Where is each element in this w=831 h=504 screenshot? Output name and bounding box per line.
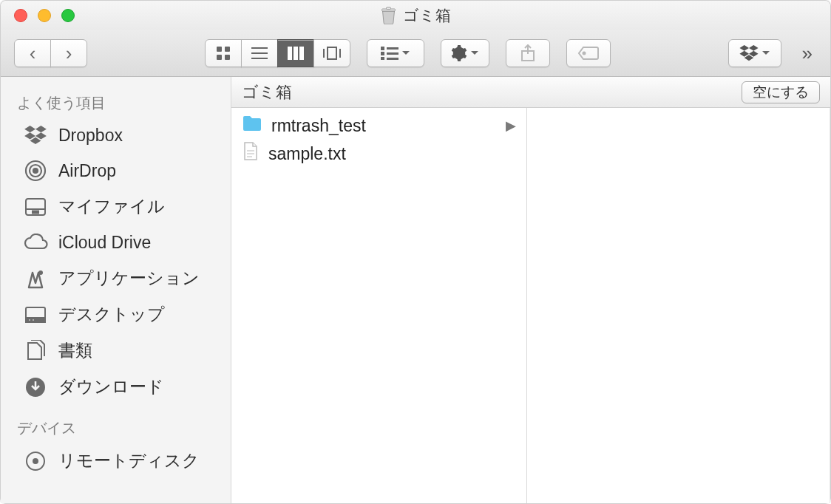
chevron-right-icon: ▶ — [506, 118, 516, 134]
view-mode-buttons — [205, 39, 350, 67]
sidebar-item-label: iCloud Drive — [58, 233, 151, 253]
svg-rect-20 — [387, 58, 398, 60]
item-name: rmtrash_test — [271, 116, 366, 136]
window-title-text: ゴミ箱 — [403, 5, 451, 26]
svg-rect-5 — [225, 55, 230, 60]
item-document[interactable]: sample.txt — [231, 139, 526, 168]
dropbox-toolbar-button[interactable] — [728, 39, 781, 67]
view-list-button[interactable] — [241, 39, 278, 67]
sidebar-item-label: マイファイル — [58, 195, 165, 218]
sidebar-item-label: アプリケーション — [58, 267, 200, 290]
sidebar-item-label: AirDrop — [58, 161, 116, 181]
columns-icon — [288, 47, 304, 60]
folder-icon — [242, 115, 262, 136]
sidebar-devices-header: デバイス — [1, 412, 231, 443]
documents-icon — [23, 340, 48, 362]
list-icon — [251, 47, 268, 60]
sidebar-item-remote-disc[interactable]: リモートディスク — [1, 443, 231, 479]
column-browser: rmtrash_test ▶ sample.txt — [231, 108, 830, 503]
sidebar-item-label: ダウンロード — [58, 375, 164, 398]
view-coverflow-button[interactable] — [313, 39, 350, 67]
svg-point-29 — [38, 270, 43, 275]
sidebar-item-dropbox[interactable]: Dropbox — [1, 118, 231, 153]
finder-window: ゴミ箱 ‹ › — [0, 0, 831, 504]
chevron-down-icon — [762, 50, 770, 56]
trash-icon — [381, 7, 397, 24]
svg-point-22 — [583, 52, 585, 55]
svg-rect-12 — [328, 47, 336, 59]
remote-disc-icon — [23, 450, 48, 472]
back-button[interactable]: ‹ — [14, 39, 51, 67]
forward-button[interactable]: › — [50, 39, 87, 67]
window-controls — [1, 9, 75, 22]
minimize-window-button[interactable] — [38, 9, 51, 22]
sidebar-item-label: リモートディスク — [58, 449, 200, 472]
content-area: よく使う項目 Dropbox AirDrop マイファイル iCloud Dri… — [1, 77, 830, 503]
sidebar-item-documents[interactable]: 書類 — [1, 333, 231, 369]
arrange-button[interactable] — [367, 39, 424, 67]
sidebar-item-airdrop[interactable]: AirDrop — [1, 153, 231, 188]
column-1[interactable]: rmtrash_test ▶ sample.txt — [231, 108, 527, 503]
empty-trash-label: 空にする — [753, 83, 809, 102]
icloud-drive-icon — [23, 231, 48, 253]
edit-tags-button[interactable] — [566, 39, 611, 67]
close-window-button[interactable] — [14, 9, 27, 22]
window-title: ゴミ箱 — [381, 5, 451, 26]
empty-trash-button[interactable]: 空にする — [742, 81, 820, 103]
svg-rect-10 — [294, 47, 298, 60]
all-my-files-icon — [23, 196, 48, 218]
dropbox-icon — [23, 124, 48, 146]
maximize-window-button[interactable] — [61, 9, 75, 22]
item-folder[interactable]: rmtrash_test ▶ — [231, 112, 526, 139]
svg-rect-1 — [387, 7, 391, 10]
svg-rect-3 — [225, 47, 230, 52]
svg-rect-11 — [299, 47, 304, 60]
chevron-down-icon — [401, 50, 410, 56]
column-2[interactable] — [527, 108, 830, 503]
desktop-icon — [23, 304, 48, 326]
action-button[interactable] — [441, 39, 489, 67]
airdrop-icon — [23, 160, 48, 182]
svg-point-36 — [33, 459, 38, 463]
sidebar-item-icloud-drive[interactable]: iCloud Drive — [1, 225, 231, 260]
sidebar-favorites-header: よく使う項目 — [1, 87, 231, 118]
toolbar: ‹ › — [1, 30, 830, 77]
dropbox-icon — [739, 45, 759, 61]
view-icon-button[interactable] — [205, 39, 242, 67]
path-bar: ゴミ箱 空にする — [231, 77, 830, 108]
item-name: sample.txt — [268, 144, 346, 164]
svg-rect-17 — [387, 47, 398, 50]
coverflow-icon — [322, 47, 342, 60]
svg-rect-18 — [387, 52, 398, 55]
main-area: ゴミ箱 空にする rmtrash_test ▶ sample.txt — [231, 77, 830, 503]
sidebar-item-desktop[interactable]: デスクトップ — [1, 296, 231, 333]
sidebar-item-label: Dropbox — [58, 126, 123, 146]
svg-rect-2 — [217, 47, 222, 52]
document-icon — [242, 142, 260, 166]
sidebar-item-applications[interactable]: アプリケーション — [1, 260, 231, 296]
sidebar-item-label: デスクトップ — [58, 303, 165, 326]
view-column-button[interactable] — [277, 39, 314, 67]
svg-rect-33 — [32, 319, 35, 321]
toolbar-overflow-button[interactable]: » — [798, 42, 817, 65]
svg-rect-4 — [217, 55, 222, 60]
share-icon — [520, 44, 535, 62]
gear-icon — [451, 45, 467, 61]
path-title: ゴミ箱 — [242, 81, 292, 103]
svg-rect-15 — [381, 47, 384, 50]
svg-rect-28 — [33, 211, 38, 213]
applications-icon — [23, 268, 48, 290]
svg-rect-16 — [381, 52, 384, 55]
sidebar: よく使う項目 Dropbox AirDrop マイファイル iCloud Dri… — [1, 77, 231, 503]
tag-icon — [577, 46, 600, 61]
title-bar: ゴミ箱 — [1, 1, 830, 30]
grid-icon — [216, 46, 231, 61]
sidebar-item-all-my-files[interactable]: マイファイル — [1, 188, 231, 225]
svg-rect-32 — [28, 319, 31, 321]
share-button[interactable] — [506, 39, 550, 67]
arrange-icon — [381, 47, 398, 60]
svg-point-23 — [33, 168, 38, 173]
sidebar-item-label: 書類 — [58, 339, 92, 362]
sidebar-item-downloads[interactable]: ダウンロード — [1, 369, 231, 405]
svg-rect-19 — [381, 57, 384, 60]
